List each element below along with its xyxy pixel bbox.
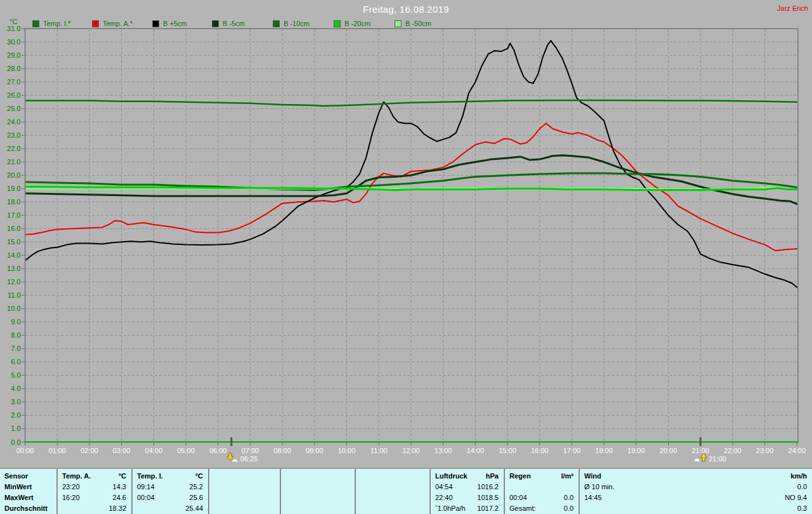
stats-value-row: 14:45NO 9.4 (580, 492, 812, 503)
stats-cell-time: 00:04 (137, 492, 155, 503)
y-tick-label: 25.0 (7, 105, 20, 112)
stats-cell-value (360, 503, 424, 514)
axis-labels: 0.01.02.03.04.05.06.07.08.09.010.011.012… (7, 25, 806, 454)
sunset-time-label: 21:00 (709, 455, 726, 463)
stats-cell-value (360, 482, 424, 492)
x-tick-label: 06:00 (209, 447, 227, 454)
x-tick-label: 21:00 (691, 447, 709, 454)
y-tick-label: 10.0 (7, 305, 20, 312)
stats-label-text: MinWert (4, 482, 32, 492)
stats-cell-time: 23:20 (62, 482, 80, 492)
stats-value-row: 23:2014.3 (58, 482, 131, 492)
stats-group-regen: Regenl/m²00:040.0Gesamt:0.0 (504, 469, 579, 514)
x-tick-label: 20:00 (660, 447, 678, 454)
stats-cell-value: 0.0 (536, 503, 573, 514)
stats-group-unit: °C (91, 471, 126, 482)
stats-cell-value: 1017.2 (466, 503, 499, 514)
stats-group-name: Temp. I. (137, 471, 163, 482)
stats-group-unit: km/h (746, 471, 807, 482)
stats-cell-value: 25.2 (155, 482, 203, 492)
y-tick-label: 26.0 (7, 91, 20, 99)
x-tick-label: 11:00 (370, 447, 388, 454)
stats-cell-value: 0.0 (746, 482, 807, 492)
stats-group-header (281, 471, 355, 482)
stats-group-unit (360, 471, 424, 482)
y-tick-label: 9.0 (11, 318, 20, 326)
stats-value-row (209, 492, 280, 503)
y-tick-label: 31.0 (7, 25, 20, 32)
stats-group-temp-i-: Temp. I.°C09:1425.200:0425.625.44 (131, 469, 208, 514)
stats-label-text: MaxWert (4, 492, 34, 503)
y-tick-label: 23.0 (7, 131, 20, 139)
y-tick-label: 24.0 (7, 118, 20, 126)
stats-group-header: LuftdruckhPa (431, 471, 504, 482)
stats-value-row: 04:541016.2 (431, 482, 504, 492)
stats-row-label: Sensor (0, 471, 56, 482)
stats-cell-time: 09:14 (137, 482, 155, 492)
sun-horizon-icon (232, 459, 238, 462)
y-tick-label: 27.0 (7, 78, 20, 86)
stats-group-header (209, 471, 280, 482)
y-tick-label: 8.0 (11, 331, 20, 339)
stats-group-unit (214, 471, 275, 482)
stats-cell-time: ˆ1.0hPa/h (435, 503, 466, 514)
x-tick-label: 16:00 (531, 447, 549, 454)
stats-cell-value: 24.6 (80, 492, 126, 503)
stats-label-text: Sensor (4, 471, 28, 482)
stats-label-text: Durchschnitt (4, 503, 48, 514)
x-tick-label: 23:00 (756, 447, 774, 454)
stats-cell-time: 04:54 (435, 482, 453, 492)
stats-cell-value (214, 503, 275, 514)
stats-group-wind: Windkm/hØ 10 min.0.014:45NO 9.40.3 (579, 469, 812, 514)
stats-value-row (356, 503, 429, 514)
stats-value-row (209, 482, 280, 492)
y-tick-label: 7.0 (11, 345, 20, 352)
stats-value-row: 22:401018.5 (431, 492, 504, 503)
stats-value-row (281, 503, 355, 514)
x-tick-label: 04:00 (145, 447, 163, 454)
y-tick-label: 11.0 (8, 291, 21, 299)
stats-value-row: Gesamt:0.0 (505, 503, 579, 514)
x-tick-label: 09:00 (306, 447, 324, 454)
stats-group-header: Windkm/h (580, 471, 812, 482)
stats-value-row: Ø 10 min.0.0 (580, 482, 812, 492)
y-tick-label: 16.0 (7, 225, 20, 232)
y-tick-label: 2.0 (11, 411, 20, 419)
x-tick-label: 19:00 (627, 447, 645, 454)
stats-cell-value: 25.44 (137, 503, 203, 514)
stats-cell-time: 00:04 (509, 492, 527, 503)
stats-cell-value (285, 482, 350, 492)
y-tick-label: 18.0 (7, 198, 20, 206)
stats-value-row: 09:1425.2 (133, 482, 208, 492)
stats-cell-time: 14:45 (584, 492, 602, 503)
stats-cell-value (509, 482, 573, 492)
stats-group-name: Luftdruck (435, 471, 468, 482)
stats-group-header: Temp. A.°C (58, 471, 131, 482)
stats-group-unit: °C (163, 471, 203, 482)
x-tick-label: 18:00 (595, 447, 613, 454)
stats-value-row: 00:0425.6 (133, 492, 208, 503)
stats-value-row: ˆ1.0hPa/h1017.2 (431, 503, 504, 514)
stats-row-label: Durchschnitt (0, 503, 56, 514)
stats-group-luftdruck: LuftdruckhPa04:541016.222:401018.5ˆ1.0hP… (429, 469, 504, 514)
stats-group-empty-3 (280, 469, 355, 514)
stats-group-name: Wind (584, 471, 601, 482)
y-tick-label: 1.0 (11, 425, 20, 432)
stats-row-label: MaxWert (0, 492, 56, 503)
x-tick-label: 15:00 (499, 447, 516, 454)
stats-cell-value: 0.0 (527, 492, 573, 503)
y-tick-label: 12.0 (7, 278, 20, 286)
stats-cell-value: NO 9.4 (746, 492, 807, 503)
stats-cell-time: 22:40 (435, 492, 453, 503)
stats-cell-value (360, 492, 424, 503)
x-tick-label: 01:00 (48, 447, 66, 454)
y-tick-label: 13.0 (7, 265, 20, 272)
plot-frame (25, 29, 799, 442)
y-tick-label: 30.0 (7, 38, 20, 46)
stats-group-unit: l/m² (531, 471, 573, 482)
stats-value-row: 16:2024.6 (58, 492, 131, 503)
y-tick-label: 22.0 (7, 145, 20, 152)
x-tick-label: 14:00 (467, 447, 485, 454)
sunrise-arrow-icon (227, 453, 233, 461)
stats-value-row: 0.3 (580, 503, 812, 514)
